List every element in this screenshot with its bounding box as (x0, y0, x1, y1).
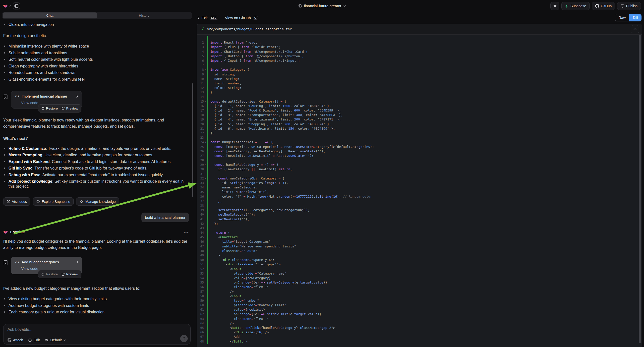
line-number: 57 (197, 290, 204, 294)
line-number: 32 (197, 176, 204, 181)
restore-button-disabled[interactable]: Restore (41, 272, 58, 276)
preview-button[interactable]: Preview (62, 272, 78, 276)
code-line: 56 className="flex-1" (197, 285, 642, 289)
list-item: Soft, neutral color palette with light b… (3, 57, 189, 62)
line-number: 37 (197, 199, 204, 203)
manage-knowledge-button[interactable]: Manage knowledge (76, 198, 119, 206)
github-button[interactable]: GitHub (592, 2, 615, 10)
visit-docs-button[interactable]: Visit docs (3, 198, 30, 206)
code-text: <div className="flex gap-4"> (207, 262, 642, 266)
fold-gutter (204, 226, 207, 230)
code-line: 27 const [newLimit, setNewLimit] = React… (197, 154, 642, 158)
manage-knowledge-label: Manage knowledge (86, 200, 116, 204)
code-line: 45 <ChartCard (197, 235, 642, 240)
code-icon: < > (15, 260, 20, 264)
fold-chevron-icon[interactable]: ∨ (204, 176, 207, 181)
line-number: 52 (197, 267, 204, 271)
view-code-link[interactable]: View code (21, 100, 78, 105)
fold-gutter (204, 303, 207, 308)
fold-gutter (204, 172, 207, 176)
code-text: /> (207, 321, 642, 326)
sidebar-toggle-button[interactable] (13, 2, 20, 10)
fold-gutter (204, 144, 207, 149)
fold-gutter (204, 181, 207, 185)
tab-history[interactable]: History (97, 12, 192, 18)
code-line: 39 setCategories([...categories, newCate… (197, 208, 642, 212)
line-number: 18 (197, 113, 204, 117)
diff-toggle[interactable]: Diff (629, 14, 642, 22)
quick-actions-row: Visit docs Explore Supabase Manage knowl… (3, 198, 189, 206)
version-card-add-budget-categories[interactable]: < > Add budget categories View code Rest… (11, 257, 82, 274)
line-number: 8 (197, 68, 204, 72)
code-text (207, 63, 642, 68)
fold-gutter (204, 90, 207, 94)
fold-gutter (204, 81, 207, 86)
chevron-up-icon (634, 28, 636, 30)
code-text: } (207, 90, 642, 94)
step-rest: : Transfer your project's code to GitHub… (32, 166, 147, 170)
code-line: 57 /> (197, 290, 642, 294)
raw-toggle[interactable]: Raw (615, 14, 629, 22)
list-item: Each category gets a unique color for vi… (3, 310, 189, 315)
code-text: type="number" (207, 298, 642, 303)
line-number: 24 (197, 140, 204, 144)
mode-selector[interactable]: Default (45, 338, 66, 342)
fold-chevron-icon[interactable]: ∨ (204, 99, 207, 104)
line-number: 53 (197, 271, 204, 276)
code-line: 35 limit: Number(newLimit), (197, 190, 642, 194)
fold-gutter (204, 63, 207, 68)
fold-gutter (204, 208, 207, 212)
explore-supabase-button[interactable]: Explore Supabase (33, 198, 74, 206)
top-bar-right: Supabase GitHub Publish (550, 2, 641, 10)
message-menu-button[interactable]: ••• (184, 230, 189, 234)
external-link-icon (62, 107, 65, 110)
collapse-file-button[interactable] (631, 25, 639, 33)
esc-kbd: ESC (210, 16, 218, 20)
line-number: 19 (197, 117, 204, 122)
publish-button[interactable]: Publish (617, 2, 641, 10)
code-scrollbar[interactable] (639, 35, 641, 343)
raw-diff-toggle: Raw Diff (615, 14, 642, 22)
line-number: 36 (197, 194, 204, 199)
code-text: placeholder="Category name" (207, 271, 642, 276)
restore-button[interactable]: Restore (41, 106, 58, 110)
chat-composer[interactable]: Ask Lovable... Attach Edit Default (3, 324, 191, 345)
settings-button[interactable] (550, 2, 559, 10)
code-view-header: Exit ESC View on GitHub G Raw Diff (194, 12, 644, 24)
code-text (207, 94, 642, 99)
project-switcher[interactable]: financial-future-creator (298, 4, 346, 8)
code-line: 48 className="h-auto" (197, 249, 642, 253)
chat-input[interactable]: Ask Lovable... (8, 327, 186, 332)
code-line: 28 (197, 158, 642, 162)
code-text: { id: '3', name: 'Transportation', limit… (207, 113, 642, 117)
preview-button[interactable]: Preview (62, 106, 78, 110)
project-name: financial-future-creator (304, 4, 341, 8)
supabase-button[interactable]: Supabase (561, 2, 590, 10)
fold-gutter (204, 122, 207, 126)
exit-button[interactable]: Exit ESC (198, 16, 218, 20)
fold-chevron-icon[interactable]: ∨ (204, 140, 207, 144)
view-on-github-button[interactable]: View on GitHub G (225, 16, 258, 20)
list-item: Expand with Backend: Connect Supabase to… (3, 159, 189, 164)
code-text: <div className="space-y-6"> (207, 258, 642, 262)
code-line: 33 id: String(categories.length + 1), (197, 181, 642, 185)
send-button[interactable] (180, 335, 188, 342)
line-number: 38 (197, 203, 204, 208)
fold-chevron-icon[interactable]: ∨ (204, 68, 207, 72)
lovable-logo-menu[interactable] (3, 4, 11, 8)
publish-globe-icon (620, 4, 624, 8)
code-line: 49 > (197, 253, 642, 258)
chat-scrollbar[interactable] (192, 84, 193, 197)
edit-button[interactable]: Edit (28, 338, 40, 342)
line-number: 21 (197, 126, 204, 131)
version-card-implement-financial-planner[interactable]: < > Implement financial planner View cod… (11, 91, 82, 108)
code-text: > (207, 253, 642, 258)
tab-chat[interactable]: Chat (3, 12, 97, 18)
assistant-header: Lovable ••• (3, 230, 189, 234)
code-line: 6import { Input } from '@/components/ui/… (197, 58, 642, 63)
code-text: <Plus size={16} /> (207, 330, 642, 334)
fold-chevron-icon[interactable]: ∨ (204, 162, 207, 167)
attach-button[interactable]: Attach (8, 338, 23, 342)
list-item: Minimalist interface with plenty of whit… (3, 44, 189, 49)
line-number: 5 (197, 54, 204, 58)
